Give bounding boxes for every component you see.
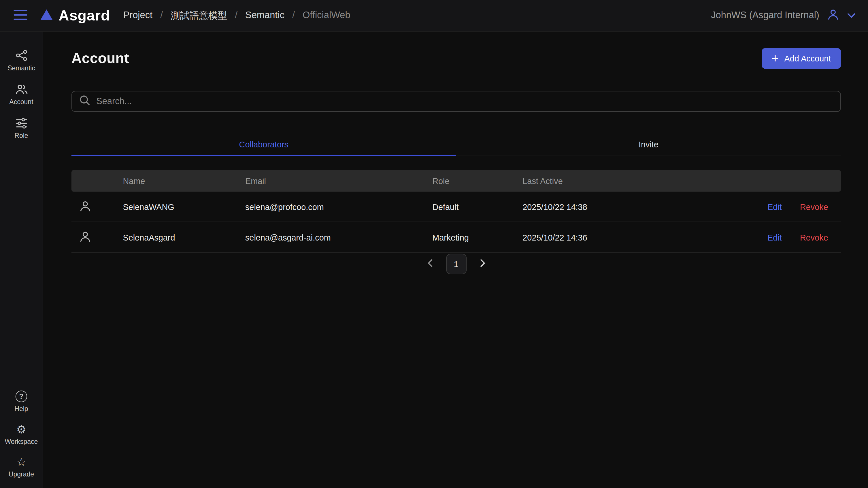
sidebar-item-label: Upgrade: [9, 470, 34, 478]
avatar-icon: [79, 230, 92, 245]
sidebar-item-label: Help: [14, 405, 28, 413]
sidebar-item-semantic[interactable]: Semantic: [0, 45, 43, 77]
sidebar-item-upgrade[interactable]: ☆ Upgrade: [0, 452, 43, 483]
main-content: Account + Add Account Collaborators Invi…: [43, 31, 868, 488]
sidebar-item-label: Workspace: [5, 438, 38, 446]
table-row: SelenaAsgard selena@asgard-ai.com Market…: [71, 222, 841, 253]
tab-collaborators[interactable]: Collaborators: [71, 134, 456, 156]
app: Asgard Project / 測試語意模型 / Semantic / Off…: [0, 0, 868, 488]
header-name: Name: [123, 176, 245, 186]
breadcrumb: Project / 測試語意模型 / Semantic / OfficialWe…: [123, 9, 350, 22]
sidebar-item-help[interactable]: ? Help: [0, 386, 43, 417]
actions-cell: Edit Revoke: [768, 232, 841, 242]
brand-name: Asgard: [59, 7, 110, 24]
topbar: Asgard Project / 測試語意模型 / Semantic / Off…: [0, 0, 868, 31]
next-page-button[interactable]: [477, 256, 488, 271]
user-icon[interactable]: [827, 7, 840, 24]
breadcrumb-separator: /: [235, 10, 238, 21]
sidebar-bottom-group: ? Help ⚙ Workspace ☆ Upgrade: [0, 386, 43, 483]
cell-role: Marketing: [432, 232, 523, 242]
user-name: JohnWS (Asgard Internal): [711, 10, 819, 21]
page-title: Account: [71, 50, 129, 67]
pagination: 1: [71, 254, 841, 274]
breadcrumb-separator: /: [292, 10, 295, 21]
header-role: Role: [432, 176, 523, 186]
sidebar: Semantic Account Role ? Help ⚙: [0, 31, 43, 488]
table-header-row: Name Email Role Last Active: [71, 170, 841, 192]
chevron-down-icon[interactable]: [847, 10, 856, 21]
actions-cell: Edit Revoke: [768, 202, 841, 211]
breadcrumb-separator: /: [160, 10, 163, 21]
brand: Asgard: [40, 7, 110, 24]
sidebar-top-group: Semantic Account Role: [0, 45, 43, 144]
cell-name: SelenaWANG: [123, 202, 245, 211]
sliders-icon: [15, 117, 27, 129]
header-email: Email: [245, 176, 432, 186]
sidebar-item-workspace[interactable]: ⚙ Workspace: [0, 419, 43, 450]
cell-last-active: 2025/10/22 14:36: [523, 232, 768, 242]
hamburger-menu-button[interactable]: [12, 7, 29, 24]
cell-email: selena@asgard-ai.com: [245, 232, 432, 242]
edit-link[interactable]: Edit: [768, 202, 782, 211]
header-last-active: Last Active: [523, 176, 828, 186]
breadcrumb-item-officialweb: OfficialWeb: [303, 10, 350, 21]
hamburger-icon: [13, 9, 28, 23]
prev-page-button[interactable]: [425, 256, 435, 271]
search-icon: [79, 95, 90, 108]
cell-email: selena@profcoo.com: [245, 202, 432, 211]
search-bar[interactable]: [71, 91, 841, 112]
breadcrumb-item-project[interactable]: Project: [123, 10, 153, 21]
tab-invite[interactable]: Invite: [456, 134, 841, 156]
avatar-icon: [79, 199, 92, 214]
tabs: Collaborators Invite: [71, 134, 841, 156]
gear-icon: ⚙: [17, 424, 26, 435]
search-input[interactable]: [96, 96, 833, 107]
sidebar-item-account[interactable]: Account: [0, 79, 43, 110]
edit-link[interactable]: Edit: [768, 232, 782, 242]
help-icon: ?: [16, 391, 27, 402]
cell-last-active: 2025/10/22 14:38: [523, 202, 768, 211]
breadcrumb-item-model[interactable]: 測試語意模型: [170, 9, 227, 22]
add-account-label: Add Account: [784, 54, 831, 63]
sidebar-item-label: Semantic: [7, 64, 35, 72]
star-icon: ☆: [17, 457, 26, 467]
logo-triangle-icon: [40, 7, 53, 24]
page-number-button[interactable]: 1: [446, 254, 466, 274]
chevron-left-icon: [427, 259, 433, 269]
sidebar-item-label: Account: [9, 98, 33, 106]
avatar-cell: [71, 230, 123, 245]
semantic-icon: [15, 49, 27, 61]
sidebar-item-label: Role: [14, 132, 28, 140]
plus-icon: +: [772, 53, 779, 65]
add-account-button[interactable]: + Add Account: [762, 48, 841, 69]
revoke-link[interactable]: Revoke: [800, 202, 828, 211]
revoke-link[interactable]: Revoke: [800, 232, 828, 242]
cell-role: Default: [432, 202, 523, 211]
page-head: Account + Add Account: [71, 48, 841, 69]
cell-name: SelenaAsgard: [123, 232, 245, 242]
sidebar-item-role[interactable]: Role: [0, 113, 43, 144]
topbar-user-area: JohnWS (Asgard Internal): [711, 7, 856, 24]
users-icon: [15, 83, 28, 95]
breadcrumb-item-semantic[interactable]: Semantic: [245, 10, 284, 21]
table-row: SelenaWANG selena@profcoo.com Default 20…: [71, 192, 841, 222]
avatar-cell: [71, 199, 123, 214]
chevron-right-icon: [479, 259, 485, 269]
